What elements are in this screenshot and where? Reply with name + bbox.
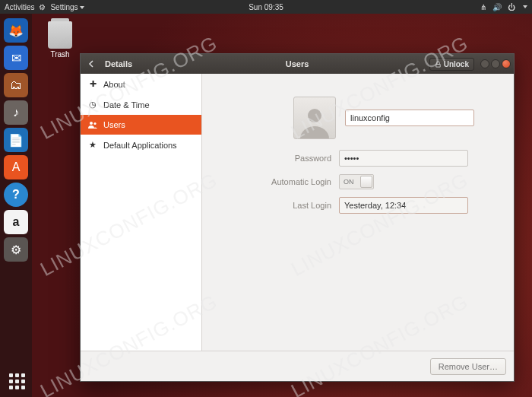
- settings-app-icon: ⚙: [39, 3, 46, 11]
- trash-label: Trash: [41, 50, 79, 59]
- svg-point-2: [308, 109, 321, 122]
- last-login-label: Last Login: [248, 201, 339, 210]
- show-applications-button[interactable]: [9, 373, 25, 389]
- sidebar-item-default-applications[interactable]: ★ Default Applications: [81, 135, 201, 155]
- automatic-login-label: Automatic Login: [248, 177, 339, 186]
- svg-point-1: [93, 122, 96, 125]
- dock-item-files[interactable]: 🗂: [4, 73, 28, 97]
- unlock-button[interactable]: Unlock: [429, 58, 474, 71]
- window-footer: Remove User…: [81, 351, 514, 381]
- trash-icon: [48, 21, 72, 49]
- sidebar-item-label: Date & Time: [103, 100, 150, 110]
- window-title: Users: [286, 59, 309, 68]
- username-field[interactable]: [345, 110, 474, 126]
- sidebar-item-label: Users: [103, 120, 125, 129]
- svg-point-0: [90, 122, 93, 125]
- titlebar-section: Details: [102, 59, 202, 68]
- top-panel: Activities ⚙ Settings Sun 09:35 ⋔ 🔊 ⏻: [0, 0, 532, 14]
- remove-user-button[interactable]: Remove User…: [430, 358, 506, 375]
- sidebar-item-users[interactable]: Users: [81, 115, 201, 135]
- maximize-button[interactable]: [491, 59, 500, 68]
- app-menu[interactable]: Settings: [50, 3, 84, 11]
- sidebar-item-label: About: [103, 80, 125, 89]
- dock-item-thunderbird[interactable]: ✉: [4, 46, 28, 70]
- sidebar-item-date-time[interactable]: ◷ Date & Time: [81, 94, 201, 115]
- user-details-panel: Password ••••• Automatic Login ON Last L…: [202, 74, 514, 351]
- users-icon: [88, 121, 97, 129]
- settings-sidebar: ✚ About ◷ Date & Time Users ★ Default Ap…: [81, 74, 202, 351]
- settings-window: Details Users Unlock ✚ About ◷ Date & Ti…: [80, 53, 515, 382]
- dock-item-rhythmbox[interactable]: ♪: [4, 100, 28, 125]
- password-field[interactable]: •••••: [339, 150, 468, 167]
- sidebar-item-label: Default Applications: [103, 141, 177, 150]
- password-label: Password: [248, 154, 339, 163]
- dock-item-help[interactable]: ?: [4, 183, 28, 207]
- network-icon[interactable]: ⋔: [480, 3, 486, 11]
- clock-icon: ◷: [88, 100, 97, 110]
- dock-item-software[interactable]: A: [4, 155, 28, 179]
- dock-item-firefox[interactable]: 🦊: [4, 18, 28, 43]
- dock-item-settings[interactable]: ⚙: [4, 237, 28, 262]
- volume-icon[interactable]: 🔊: [492, 3, 502, 11]
- close-button[interactable]: [502, 59, 511, 68]
- window-titlebar: Details Users Unlock: [81, 54, 514, 74]
- user-avatar[interactable]: [293, 97, 336, 139]
- automatic-login-toggle[interactable]: ON: [339, 174, 374, 189]
- star-icon: ★: [88, 140, 97, 150]
- sidebar-item-about[interactable]: ✚ About: [81, 74, 201, 94]
- power-icon[interactable]: ⏻: [508, 3, 515, 11]
- plus-icon: ✚: [88, 79, 97, 89]
- activities-button[interactable]: Activities: [5, 3, 34, 11]
- launcher-dock: 🦊✉🗂♪📄A?a⚙: [0, 14, 32, 397]
- minimize-button[interactable]: [480, 59, 489, 68]
- clock[interactable]: Sun 09:35: [249, 3, 283, 11]
- last-login-field[interactable]: Yesterday, 12:34: [339, 197, 468, 214]
- lock-icon: [435, 61, 442, 68]
- dock-item-writer[interactable]: 📄: [4, 128, 28, 152]
- system-menu-chevron-icon[interactable]: [523, 5, 527, 8]
- dock-item-amazon[interactable]: a: [4, 210, 28, 234]
- desktop-trash[interactable]: Trash: [41, 21, 79, 59]
- back-button[interactable]: [81, 60, 102, 68]
